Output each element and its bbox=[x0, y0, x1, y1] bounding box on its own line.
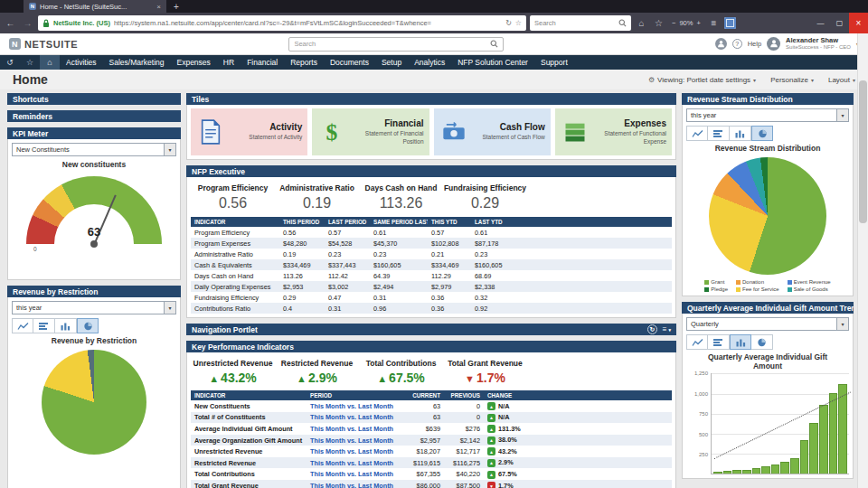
kpi-period-link[interactable]: This Month vs. Last Month bbox=[307, 480, 401, 488]
user-menu[interactable]: Alexander Shaw SuiteSuccess - NFP - CEO bbox=[786, 37, 851, 52]
kpi-period-link[interactable]: This Month vs. Last Month bbox=[307, 435, 401, 446]
screenshot-tool-icon[interactable] bbox=[724, 17, 736, 29]
hbar-chart-icon[interactable] bbox=[33, 318, 55, 333]
nav-item-analytics[interactable]: Analytics bbox=[408, 55, 451, 70]
library-button[interactable]: ☆ bbox=[652, 18, 665, 28]
back-button[interactable]: ← bbox=[4, 18, 17, 28]
zoom-in-button[interactable]: + bbox=[696, 19, 700, 27]
help-icon[interactable]: ? bbox=[732, 39, 742, 49]
kpi-period-link[interactable]: This Month vs. Last Month bbox=[307, 457, 401, 469]
nav-item-support[interactable]: Support bbox=[534, 55, 574, 70]
shortcuts-header[interactable]: Shortcuts bbox=[7, 93, 181, 105]
shortcuts-star-icon[interactable]: ☆ bbox=[20, 55, 40, 70]
nav-item-documents[interactable]: Documents bbox=[324, 55, 375, 70]
table-row[interactable]: Cash & Equivalents$334,469$337,443$160,6… bbox=[191, 259, 672, 270]
navigation-portlet-header[interactable]: Navigation Portlet ↻ ≡▾ bbox=[186, 324, 676, 335]
pie-chart-icon[interactable] bbox=[77, 318, 99, 333]
kpi-period-link[interactable]: This Month vs. Last Month bbox=[307, 400, 401, 412]
kpi-period-link[interactable]: This Month vs. Last Month bbox=[307, 468, 401, 480]
table-row[interactable]: Total ContributionsThis Month vs. Last M… bbox=[191, 468, 672, 480]
table-row[interactable]: Restricted RevenueThis Month vs. Last Mo… bbox=[191, 457, 672, 469]
zoom-level[interactable]: 90% bbox=[679, 19, 693, 27]
viewing-settings-button[interactable]: ⚙ Viewing: Portlet date settings ▾ bbox=[648, 76, 756, 84]
nav-item-nfp-solution-center[interactable]: NFP Solution Center bbox=[451, 55, 534, 70]
table-row[interactable]: Total # of ConstituentsThis Month vs. La… bbox=[191, 412, 672, 424]
nav-item-sales-marketing[interactable]: Sales/Marketing bbox=[103, 55, 171, 70]
nav-item-reports[interactable]: Reports bbox=[284, 55, 324, 70]
bookmark-star-icon[interactable]: ☆ bbox=[515, 19, 522, 27]
hbar-chart-icon[interactable] bbox=[708, 126, 730, 141]
table-row[interactable]: Days Cash on Hand113.26112.4264.39112.29… bbox=[191, 270, 672, 281]
table-row[interactable]: Administrative Ratio0.190.230.230.210.23 bbox=[191, 249, 672, 259]
kpi-meter-header[interactable]: KPI Meter bbox=[7, 127, 181, 139]
line-chart-icon[interactable] bbox=[686, 126, 708, 141]
reminders-header[interactable]: Reminders bbox=[7, 110, 181, 122]
nav-item-hr[interactable]: HR bbox=[217, 55, 241, 70]
nav-item-financial[interactable]: Financial bbox=[241, 55, 284, 70]
pie-chart-icon[interactable] bbox=[751, 126, 773, 141]
tile-financial[interactable]: $FinancialStatement of Financial Positio… bbox=[312, 108, 429, 155]
new-tab-button[interactable]: + bbox=[174, 2, 179, 12]
browser-search-input[interactable]: Search bbox=[530, 15, 631, 31]
tile-activity[interactable]: ActivityStatement of Activity bbox=[191, 108, 307, 155]
hbar-chart-icon[interactable] bbox=[708, 334, 730, 350]
tab-close-icon[interactable]: × bbox=[156, 3, 161, 11]
url-bar[interactable]: NetSuite Inc. (US) https://system.na1.ne… bbox=[38, 15, 526, 31]
zoom-out-button[interactable]: − bbox=[672, 19, 675, 27]
menu-button[interactable]: ≡ bbox=[707, 18, 721, 28]
table-row[interactable]: Program Efficiency0.560.570.610.570.61 bbox=[191, 227, 672, 238]
column-chart-icon[interactable] bbox=[730, 334, 751, 350]
tiles-header[interactable]: Tiles bbox=[186, 93, 676, 105]
minimize-button[interactable]: — bbox=[811, 13, 830, 33]
maximize-button[interactable]: ▢ bbox=[830, 13, 849, 33]
nav-item-activities[interactable]: Activities bbox=[60, 55, 103, 70]
kpi-period-link[interactable]: This Month vs. Last Month bbox=[307, 446, 401, 457]
gift-trend-period-select[interactable]: Quarterly ▾ bbox=[686, 317, 849, 331]
gift-trend-header[interactable]: Quarterly Average Individual Gift Amount… bbox=[682, 302, 854, 314]
column-chart-icon[interactable] bbox=[730, 126, 751, 141]
revenue-stream-header[interactable]: Revenue Stream Distribution bbox=[682, 93, 854, 105]
forward-button[interactable]: → bbox=[21, 18, 34, 28]
table-row[interactable]: Unrestricted RevenueThis Month vs. Last … bbox=[191, 446, 672, 457]
line-chart-icon[interactable] bbox=[686, 334, 708, 350]
kpi-meter-select[interactable]: New Constituents ▾ bbox=[12, 143, 176, 156]
nfp-executive-header[interactable]: NFP Executive bbox=[186, 165, 676, 177]
revenue-stream-period-select[interactable]: this year ▾ bbox=[686, 108, 849, 122]
table-row[interactable]: Contributions Ratio0.40.310.960.360.92 bbox=[191, 303, 672, 314]
roles-icon[interactable] bbox=[715, 38, 727, 50]
line-chart-icon[interactable] bbox=[12, 318, 33, 333]
column-chart-icon[interactable] bbox=[55, 318, 77, 333]
table-row[interactable]: Daily Operating Expenses$2,953$3,002$2,4… bbox=[191, 281, 672, 292]
table-row[interactable]: Average Organization Gift AmountThis Mon… bbox=[191, 435, 672, 446]
vertical-scrollbar[interactable] bbox=[857, 33, 868, 488]
kpi-period-link[interactable]: This Month vs. Last Month bbox=[307, 423, 401, 435]
layout-button[interactable]: Layout ▾ bbox=[828, 76, 855, 84]
revenue-by-restriction-period-select[interactable]: this year ▾ bbox=[12, 301, 176, 314]
recent-records-icon[interactable]: ↺ bbox=[0, 55, 20, 70]
help-link[interactable]: Help bbox=[748, 40, 761, 48]
portlet-menu-icon[interactable]: ≡▾ bbox=[663, 325, 671, 333]
refresh-icon[interactable]: ↻ bbox=[647, 324, 657, 334]
personalize-button[interactable]: Personalize ▾ bbox=[770, 76, 814, 84]
table-row[interactable]: New ConstituentsThis Month vs. Last Mont… bbox=[191, 400, 672, 412]
table-row[interactable]: Average Individual Gift AmountThis Month… bbox=[191, 423, 672, 435]
tile-expenses[interactable]: ExpensesStatement of Functional Expense bbox=[555, 108, 672, 155]
pie-chart-icon[interactable] bbox=[751, 334, 773, 350]
tile-cash-flow[interactable]: Cash FlowStatement of Cash Flow bbox=[434, 108, 551, 155]
table-row[interactable]: Fundraising Efficiency0.290.470.310.360.… bbox=[191, 292, 672, 303]
nav-item-expenses[interactable]: Expenses bbox=[171, 55, 217, 70]
home-icon[interactable]: ⌂ bbox=[40, 55, 60, 70]
kpi-header[interactable]: Key Performance Indicators bbox=[186, 341, 676, 352]
site-identity-label[interactable]: NetSuite Inc. (US) bbox=[53, 19, 110, 27]
kpi-period-link[interactable]: This Month vs. Last Month bbox=[307, 412, 401, 424]
table-row[interactable]: Program Expenses$48,280$54,528$45,370$10… bbox=[191, 238, 672, 249]
browser-tab[interactable]: N Home - NetSuite (SuiteSuc... × bbox=[24, 0, 166, 13]
reload-icon[interactable]: ↻ bbox=[505, 19, 512, 27]
url-text[interactable]: https://system.na1.netsuite.com/app/cent… bbox=[114, 19, 502, 27]
table-row[interactable]: Total Grant RevenueThis Month vs. Last M… bbox=[191, 480, 672, 488]
nav-item-setup[interactable]: Setup bbox=[375, 55, 408, 70]
home-button[interactable]: ⌂ bbox=[635, 18, 648, 28]
close-button[interactable]: × bbox=[849, 13, 868, 33]
global-search-input[interactable]: Search bbox=[288, 37, 504, 52]
revenue-by-restriction-header[interactable]: Revenue by Restriction bbox=[7, 286, 181, 297]
